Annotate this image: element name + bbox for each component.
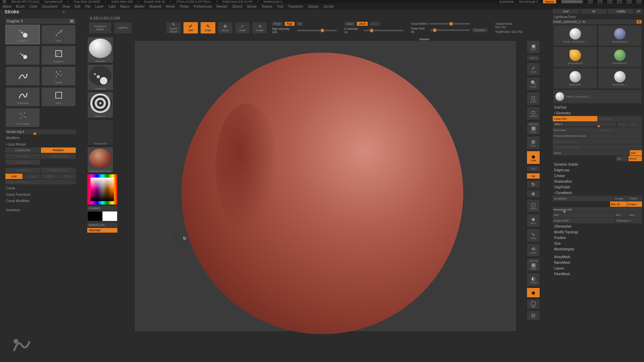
canvas-viewport[interactable]	[134, 40, 517, 332]
blur-slider[interactable]: Blur 28	[610, 201, 627, 207]
lce-button[interactable]: LCE	[527, 166, 540, 172]
lazystep-slider[interactable]: LazyStep	[5, 154, 40, 159]
lazyradius-slider[interactable]: LazyRadius	[5, 160, 40, 165]
projection-master-button[interactable]: ProjectionMaster	[89, 22, 112, 34]
lazysmooth-slider[interactable]: LazySmooth	[41, 154, 76, 159]
nav-move-button[interactable]: ✥Move	[527, 214, 540, 227]
tool-thumb-5[interactable]: Sphere3D_1	[598, 68, 641, 88]
alpha-thumbnail[interactable]: Alpha 17	[87, 92, 113, 118]
menu-document[interactable]: Document	[42, 5, 58, 8]
thickness-slider[interactable]: Thickness 4	[615, 218, 642, 223]
actual-button[interactable]: ◻Actual	[527, 92, 540, 105]
win-btn-3[interactable]	[607, 0, 612, 3]
floor-button[interactable]: ⊞Floor	[527, 136, 540, 149]
gradient-button[interactable]: Gradient	[87, 206, 117, 210]
groups-button[interactable]: Groups	[613, 196, 628, 201]
suv-button[interactable]: Suv	[616, 156, 628, 161]
focal-shift-slider[interactable]	[430, 23, 470, 24]
lazy-mouse-section[interactable]: Lazy Mouse	[5, 141, 76, 147]
subtool-section[interactable]: SubTool	[552, 105, 643, 110]
max-button[interactable]	[627, 0, 632, 3]
stroke-spray[interactable]: Spray	[41, 66, 76, 86]
transp-button[interactable]: ◐Transp	[527, 273, 540, 286]
track-spline[interactable]: Spline	[41, 174, 58, 179]
menu-zscript[interactable]: Zscript	[323, 5, 333, 8]
pin-icon[interactable]: ◦	[1, 10, 3, 14]
meshintegrity-section[interactable]: MeshIntegrity	[552, 246, 643, 252]
zcut-toggle[interactable]: Zcut	[370, 22, 380, 26]
stroke-rect[interactable]: Rect	[41, 87, 76, 107]
zremesher-section[interactable]: ZRemesher	[552, 224, 643, 229]
convert-bpr-button[interactable]: Convert BPR To Geo	[553, 144, 642, 150]
color-swatches[interactable]	[87, 211, 117, 221]
scroll-button[interactable]: ⤢Scroll	[527, 62, 540, 76]
edgeloop-section[interactable]: EdgeLoop	[552, 167, 643, 173]
del-higher-button[interactable]: Del Higher	[598, 127, 642, 133]
texture-thumbnail[interactable]: Texture Off	[87, 119, 113, 145]
track-line2[interactable]: Line	[23, 174, 40, 179]
menu-layer[interactable]: Layer	[95, 5, 104, 8]
dynamic-toggle[interactable]: Dynamic	[472, 28, 488, 32]
zsub-toggle[interactable]: Zsub	[357, 22, 368, 26]
nav-scale-button[interactable]: ⤡Scale	[527, 229, 540, 242]
menus-toggle[interactable]: Menus	[543, 0, 556, 3]
del-lower-button[interactable]: Del Lower	[553, 127, 597, 133]
quicksketch-button[interactable]: ✎QuickSketch	[166, 22, 181, 34]
tool-thumb-2[interactable]: SimpleBrush	[553, 47, 597, 67]
goz-button[interactable]: GoZ	[553, 9, 579, 14]
persp-button[interactable]: Dynamic▦Persp	[527, 121, 540, 135]
claypolish-section[interactable]: ClayPolish	[552, 184, 643, 190]
polish-button[interactable]: Polish	[629, 196, 642, 201]
xpose-button[interactable]: ⊡	[527, 310, 540, 320]
lightbox-button[interactable]: LightBox	[114, 22, 132, 34]
track-line[interactable]: Line	[5, 174, 22, 179]
size-section[interactable]: Size	[552, 241, 643, 246]
zoom-button[interactable]: 🔍Zoom	[527, 77, 540, 90]
reuv-button[interactable]: ReUV	[629, 156, 642, 161]
and-button[interactable]: And	[629, 212, 642, 218]
dynamesh-section[interactable]: DynaMesh	[552, 190, 643, 196]
alternate-button[interactable]: Alternate	[87, 228, 117, 233]
smt-button[interactable]: Smt	[630, 150, 642, 156]
menu-light[interactable]: Light	[108, 5, 116, 8]
menu-render[interactable]: Render	[217, 5, 228, 8]
ghost-button[interactable]: ◉	[527, 288, 540, 298]
xyz-button[interactable]: Xyz	[527, 173, 540, 179]
menu-macro[interactable]: Macro	[120, 5, 130, 8]
menu-file[interactable]: File	[85, 5, 91, 8]
geometry-section[interactable]: Geometry	[552, 110, 643, 116]
nav-rotate-button[interactable]: ⟲Rotate	[527, 243, 540, 257]
quicksave-button[interactable]: QuickSave	[499, 0, 514, 3]
stroke-dots[interactable]: Dots	[41, 25, 76, 44]
local-button[interactable]: ◉Local	[527, 151, 540, 164]
menu-transform[interactable]: Transform	[288, 5, 303, 8]
curve-modifiers-section[interactable]: Curve Modifiers	[5, 198, 76, 204]
min-button[interactable]	[617, 0, 622, 3]
tool-thumb-6[interactable]: PM3D_Sphere3D_1	[553, 90, 641, 103]
curve-functions-section[interactable]: Curve Functions	[5, 191, 76, 198]
resolution-slider[interactable]: Resolution 128	[553, 207, 642, 212]
menu-movie[interactable]: Movie	[166, 5, 175, 8]
menu-draw[interactable]: Draw	[62, 5, 70, 8]
scale-button[interactable]: ⤢Scale	[235, 22, 250, 34]
move-button[interactable]: ✥Move	[218, 22, 233, 34]
stroke-colorspray[interactable]: Color Spray	[5, 108, 40, 127]
sdiv-slider[interactable]: SDiv 4	[553, 122, 616, 126]
goz-all-button[interactable]: All	[580, 9, 606, 14]
shadowbox-section[interactable]: ShadowBox	[552, 179, 643, 184]
track-path[interactable]: Path	[59, 174, 76, 179]
lazymouse-btn[interactable]: LazyMouse	[5, 147, 40, 153]
nanomesh-section[interactable]: NanoMesh	[552, 260, 643, 265]
menu-edit[interactable]: Edit	[75, 5, 80, 8]
edit-button[interactable]: ✐Edit	[183, 22, 198, 34]
fibermesh-section[interactable]: FiberMesh	[552, 271, 643, 277]
arraymesh-section[interactable]: ArrayMesh	[552, 254, 643, 260]
tool-thumb-4[interactable]: Sphere3D	[553, 68, 597, 88]
material-thumbnail[interactable]: MatCap Red Wax	[87, 147, 113, 173]
tool-thumb-1[interactable]: SphereBrush	[598, 25, 641, 46]
zadd-toggle[interactable]: Zadd	[344, 22, 355, 26]
cage-button[interactable]: Cage	[618, 122, 630, 127]
dynamic-subdiv-section[interactable]: Dynamic Subdiv	[552, 162, 643, 167]
rotate-button[interactable]: ⟲Rotate	[252, 22, 267, 34]
relative-btn[interactable]: Relative	[41, 147, 76, 153]
